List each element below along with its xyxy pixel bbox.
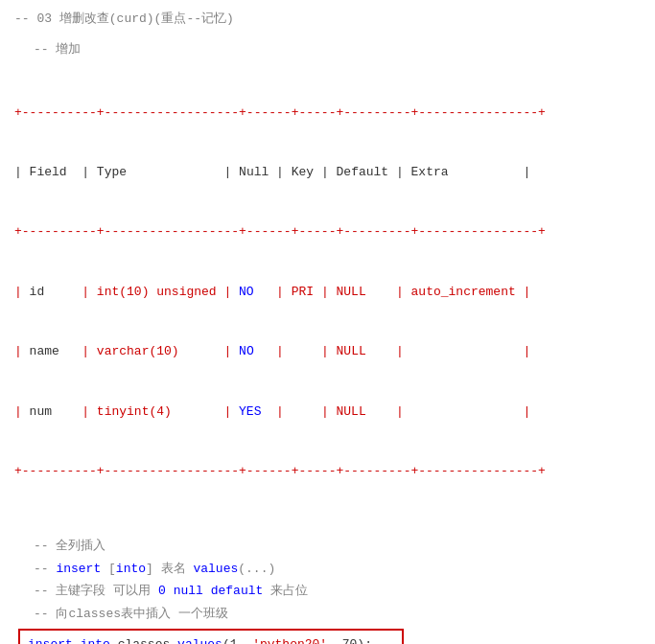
header-text: -- 03 增删改查(curd)(重点--记忆) [14, 12, 234, 26]
page-content: -- 03 增删改查(curd)(重点--记忆) -- 增加 +--------… [14, 10, 641, 644]
insert-line1: insert into classes values(1, 'python20'… [28, 634, 394, 644]
table1-bottom-border: +----------+------------------+------+--… [14, 462, 641, 482]
table1-top-border: +----------+------------------+------+--… [14, 104, 641, 124]
table1-row1: | id | int(10) unsigned | NO | PRI | NUL… [14, 283, 641, 303]
header-comment: -- 03 增删改查(curd)(重点--记忆) [14, 10, 641, 27]
comment-placeholder: -- 主键字段 可以用 0 null default 来占位 [34, 580, 641, 602]
comment-quanlie: -- 全列插入 [34, 535, 641, 557]
full-insert-comments: -- 全列插入 -- insert [into] 表名 values(...) … [34, 535, 641, 625]
comment-insert-syntax: -- insert [into] 表名 values(...) [34, 558, 641, 580]
table1-sep: +----------+------------------+------+--… [14, 222, 641, 242]
table1-row3: | num | tinyint(4) | YES | | NULL | | [14, 402, 641, 423]
comment-classes: -- 向classes表中插入 一个班级 [34, 603, 641, 625]
add-section-title: -- 增加 [34, 40, 641, 58]
table1: +----------+------------------+------+--… [14, 63, 641, 521]
table1-row2: | name | varchar(10) | NO | | NULL | | [14, 342, 641, 362]
insert-code-block: insert into classes values(1, 'python20'… [18, 629, 404, 644]
table1-header: | Field | Type | Null | Key | Default | … [14, 163, 641, 183]
